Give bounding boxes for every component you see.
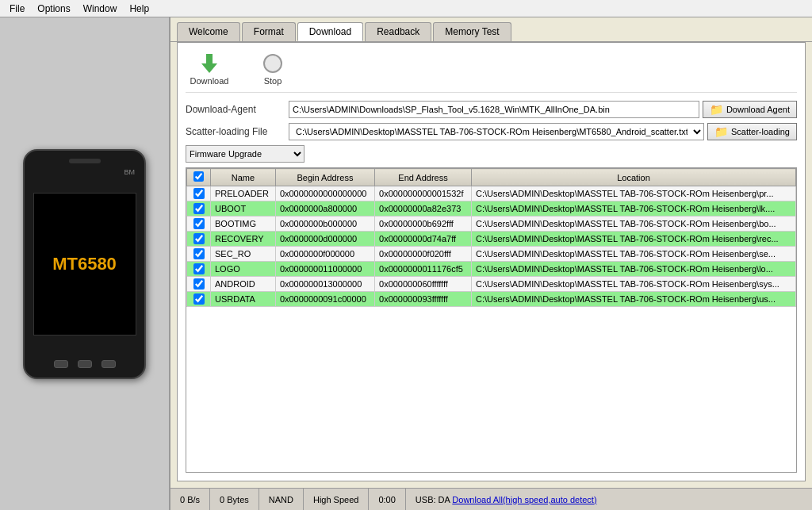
row-location: C:\Users\ADMIN\Desktop\MASSTEL TAB-706-S… <box>471 247 795 262</box>
row-name: UBOOT <box>211 201 276 217</box>
col-end: End Address <box>375 169 472 186</box>
row-end: 0x000000000001532f <box>375 186 472 201</box>
row-checkbox-cell <box>187 277 211 292</box>
menu-options[interactable]: Options <box>31 2 76 16</box>
row-checkbox[interactable] <box>193 188 205 199</box>
phone-screen: MT6580 <box>33 193 136 336</box>
row-checkbox[interactable] <box>193 203 205 214</box>
phone-btn-back <box>54 360 68 368</box>
tab-readback[interactable]: Readback <box>365 22 431 41</box>
row-end: 0x000000093fffffff <box>375 292 472 307</box>
table-row: SEC_RO 0x0000000f000000 0x00000000f020ff… <box>187 247 796 262</box>
tab-download[interactable]: Download <box>297 22 363 41</box>
scatter-loading-select[interactable]: C:\Users\ADMIN\Desktop\MASSTEL TAB-706-S… <box>289 123 704 140</box>
row-begin: 0x0000000d000000 <box>275 232 374 247</box>
firmware-row: Firmware UpgradeDownload OnlyFormat All … <box>186 145 797 163</box>
table-row: PRELOADER 0x0000000000000000 0x000000000… <box>187 186 796 201</box>
row-begin: 0x0000000b000000 <box>275 217 374 232</box>
row-begin: 0x0000000000000000 <box>275 186 374 201</box>
menu-help[interactable]: Help <box>123 2 155 16</box>
status-bytes: 0 Bytes <box>210 489 259 510</box>
row-name: USRDATA <box>211 292 276 307</box>
scatter-loading-button[interactable]: 📁 Scatter-loading <box>707 123 797 140</box>
usb-download-link[interactable]: Download All(high speed,auto detect) <box>452 495 596 504</box>
row-checkbox[interactable] <box>193 293 205 305</box>
row-checkbox[interactable] <box>193 233 205 244</box>
tab-bar: Welcome Format Download Readback Memory … <box>170 17 812 42</box>
stop-label: Stop <box>264 76 282 86</box>
col-name: Name <box>211 169 276 186</box>
toolbar: Download Stop <box>186 51 797 93</box>
scatter-loading-btn-label: Scatter-loading <box>731 127 790 136</box>
download-icon <box>197 51 222 76</box>
row-name: PRELOADER <box>211 186 276 201</box>
row-name: ANDROID <box>211 277 276 292</box>
table-row: UBOOT 0x0000000a800000 0x00000000a82e373… <box>187 201 796 217</box>
select-all-checkbox[interactable] <box>193 171 204 182</box>
status-bar: 0 B/s 0 Bytes NAND High Speed 0:00 USB: … <box>170 488 812 510</box>
row-end: 0x00000000f020fff <box>375 247 472 262</box>
svg-rect-0 <box>206 54 213 63</box>
svg-marker-1 <box>201 63 217 73</box>
download-label: Download <box>190 76 229 86</box>
row-begin: 0x000000011000000 <box>275 262 374 277</box>
download-agent-btn-label: Download Agent <box>726 105 790 114</box>
tab-format[interactable]: Format <box>242 22 296 41</box>
row-checkbox[interactable] <box>193 218 205 229</box>
row-location: C:\Users\ADMIN\Desktop\MASSTEL TAB-706-S… <box>471 201 795 217</box>
row-name: SEC_RO <box>211 247 276 262</box>
scatter-folder-icon: 📁 <box>714 125 728 138</box>
status-time: 0:00 <box>369 489 405 510</box>
download-agent-row: Download-Agent 📁 Download Agent <box>186 101 797 118</box>
tab-memory-test[interactable]: Memory Test <box>433 22 511 41</box>
firmware-select[interactable]: Firmware UpgradeDownload OnlyFormat All … <box>186 145 304 163</box>
download-agent-label: Download-Agent <box>186 104 289 115</box>
table-row: BOOTIMG 0x0000000b000000 0x00000000b692f… <box>187 217 796 232</box>
menu-window[interactable]: Window <box>77 2 124 16</box>
row-checkbox-cell <box>187 186 211 201</box>
row-begin: 0x0000000091c00000 <box>275 292 374 307</box>
row-location: C:\Users\ADMIN\Desktop\MASSTEL TAB-706-S… <box>471 292 795 307</box>
menubar: File Options Window Help <box>0 0 812 17</box>
col-location: Location <box>471 169 795 186</box>
status-storage: NAND <box>259 489 304 510</box>
tab-welcome[interactable]: Welcome <box>177 22 240 41</box>
menu-file[interactable]: File <box>3 2 31 16</box>
row-end: 0x0000000011176cf5 <box>375 262 472 277</box>
row-checkbox[interactable] <box>193 263 205 274</box>
row-end: 0x00000000a82e373 <box>375 201 472 217</box>
phone-model: MT6580 <box>52 254 117 274</box>
table-row: RECOVERY 0x0000000d000000 0x00000000d74a… <box>187 232 796 247</box>
row-location: C:\Users\ADMIN\Desktop\MASSTEL TAB-706-S… <box>471 232 795 247</box>
download-agent-input[interactable] <box>289 101 699 118</box>
phone-btn-home <box>78 360 92 368</box>
partition-table: Name Begin Address End Address Location … <box>186 167 797 473</box>
inner-content: Download Stop Download-Agent 📁 <box>177 42 806 481</box>
table-row: ANDROID 0x000000013000000 0x000000060fff… <box>187 277 796 292</box>
table-row: USRDATA 0x0000000091c00000 0x000000093ff… <box>187 292 796 307</box>
phone-panel: BM MT6580 <box>0 17 170 510</box>
row-checkbox-cell <box>187 262 211 277</box>
svg-point-2 <box>264 55 282 72</box>
download-agent-button[interactable]: 📁 Download Agent <box>703 101 797 118</box>
row-begin: 0x0000000a800000 <box>275 201 374 217</box>
phone-graphic: BM MT6580 <box>23 149 146 379</box>
stop-button[interactable]: Stop <box>249 51 297 86</box>
row-location: C:\Users\ADMIN\Desktop\MASSTEL TAB-706-S… <box>471 217 795 232</box>
row-checkbox[interactable] <box>193 248 205 259</box>
stop-icon <box>260 51 285 76</box>
row-location: C:\Users\ADMIN\Desktop\MASSTEL TAB-706-S… <box>471 186 795 201</box>
table-row: LOGO 0x000000011000000 0x0000000011176cf… <box>187 262 796 277</box>
scatter-loading-row: Scatter-loading File C:\Users\ADMIN\Desk… <box>186 123 797 140</box>
status-usb: USB: DA Download All(high speed,auto det… <box>406 495 607 504</box>
status-speed: 0 B/s <box>170 489 210 510</box>
usb-label: USB: DA <box>416 495 452 504</box>
phone-buttons <box>54 360 116 368</box>
row-checkbox-cell <box>187 292 211 307</box>
row-checkbox-cell <box>187 201 211 217</box>
row-checkbox[interactable] <box>193 278 205 290</box>
scatter-loading-label: Scatter-loading File <box>186 126 289 137</box>
phone-speaker <box>69 159 101 163</box>
download-button[interactable]: Download <box>186 51 233 86</box>
row-location: C:\Users\ADMIN\Desktop\MASSTEL TAB-706-S… <box>471 277 795 292</box>
